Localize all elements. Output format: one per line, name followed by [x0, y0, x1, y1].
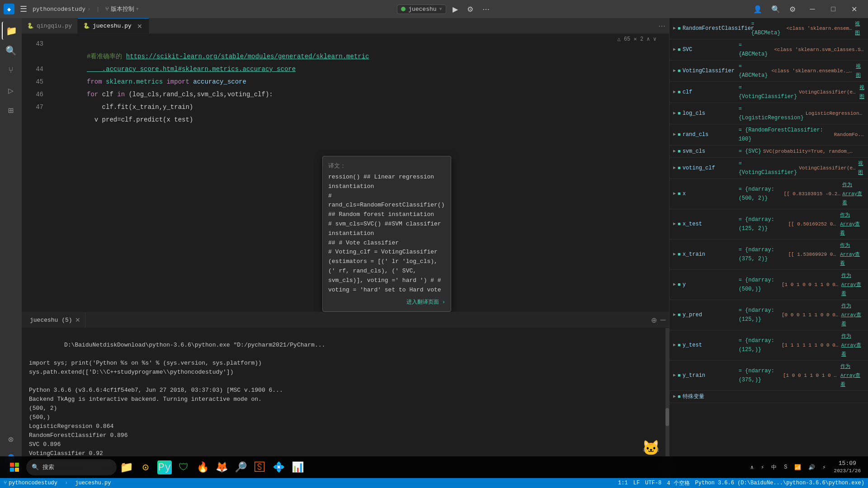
status-encoding[interactable]: LF	[633, 480, 640, 486]
taskbar-app8[interactable]: 🅂	[250, 458, 269, 476]
taskbar-chrome[interactable]: ⊙	[137, 458, 155, 476]
status-file[interactable]: jueceshu.py	[75, 480, 111, 486]
tab-close-button[interactable]: ✕	[136, 23, 143, 30]
status-position[interactable]: 1:1	[618, 480, 628, 486]
search-icon[interactable]: 🔍	[769, 3, 783, 15]
window-controls: ─ □ ✕	[802, 0, 864, 18]
var-item-RandomForestClassifier[interactable]: ▶ ■ RandomForestClassifier = {ABCMeta} <…	[670, 18, 868, 39]
taskbar-app7[interactable]: 🔎	[231, 458, 250, 476]
search-icon: 🔍	[32, 464, 39, 471]
editor-warnings: △ 65 ✕ 2 ∧ ∨	[617, 36, 656, 42]
status-branch[interactable]: ⑂ pythoncodestudy	[4, 480, 57, 486]
var-item-SVC[interactable]: ▶ ■ SVC = {ABCMeta} <class 'sklearn.svm_…	[670, 39, 868, 61]
activity-explorer[interactable]: 📁	[2, 22, 20, 40]
terminal-tab-label: jueceshu (5)	[30, 317, 72, 324]
tray-ime[interactable]: 中	[769, 462, 779, 473]
var-item-x_train[interactable]: ▶ ■ x_train = {ndarray: (375, 2)} [[ 1.5…	[670, 239, 868, 270]
run-button[interactable]: ▶	[450, 3, 461, 15]
tray-wifi[interactable]: 📶	[792, 462, 804, 473]
status-charset[interactable]: UTF-8	[645, 480, 661, 486]
translation-popup: 译文： ression() ## Linear regression insta…	[322, 156, 451, 312]
code-line-43: #看准确率的 https://scikit-learn.org/stable/m…	[49, 38, 669, 50]
run-config[interactable]: jueceshu ▼	[397, 5, 446, 14]
taskbar-app5[interactable]: 🔥	[193, 458, 212, 476]
minimize-button[interactable]: ─	[802, 0, 823, 18]
var-item-x_test[interactable]: ▶ ■ x_test = {ndarray: (125, 2)} [[ 0.50…	[670, 209, 868, 239]
term-line-backend: Backend TkAgg is interactive backend. Tu…	[29, 395, 662, 404]
activity-git[interactable]: ⑂	[2, 61, 20, 80]
clock-time: 15:09	[834, 460, 861, 468]
tab-jueceshu[interactable]: 🐍 jueceshu.py ✕	[78, 18, 149, 33]
search-label: 搜索	[42, 463, 54, 471]
status-python[interactable]: Python 3.6.6 (D:\BaiduNe...\python-3.6.6…	[695, 480, 864, 486]
project-name[interactable]: pythoncodestudy ›	[33, 6, 91, 13]
system-clock[interactable]: 15:09 2023/1/26	[830, 459, 864, 475]
more-options-button[interactable]: ⋯	[480, 3, 492, 15]
terminal-tab-jueceshu[interactable]: jueceshu (5) ✕	[25, 312, 85, 328]
terminal-split-button[interactable]: ⊕	[651, 316, 657, 324]
taskbar: 🔍 搜索 📁 ⊙ Py 🛡 🔥 🦊 🔎 🅂 💠 📊 ∧ ⚡ 中 S 📶 🔊 ⚡	[0, 456, 868, 478]
tab-bar: 🐍 qingqiu.py 🐍 jueceshu.py ✕ ⋯	[22, 18, 669, 34]
tab-file-icon-active: 🐍	[83, 23, 90, 29]
var-item-special[interactable]: ▶ ■ 特殊变量	[670, 391, 868, 403]
terminal-minimize-button[interactable]: ─	[660, 316, 665, 324]
account-icon[interactable]: 👤	[750, 3, 765, 15]
var-item-y_pred[interactable]: ▶ ■ y_pred = {ndarray: (125,)} [0 0 0 1 …	[670, 300, 868, 330]
position-label: 1:1	[618, 480, 628, 486]
tray-antivirus[interactable]: S	[781, 462, 790, 472]
term-line-log: LogisticRegression 0.864	[29, 422, 662, 431]
taskbar-pycharm[interactable]: Py	[156, 458, 174, 476]
system-tray: ∧ ⚡ 中 S 📶 🔊 ⚡ 15:09 2023/1/26	[748, 459, 864, 475]
term-line-blank	[29, 377, 662, 386]
tab-more-button[interactable]: ⋯	[655, 18, 669, 33]
run-name: jueceshu	[408, 6, 436, 13]
popup-footer-link[interactable]: 进入翻译页面 ›	[328, 298, 445, 306]
terminal-tab-close[interactable]: ✕	[75, 316, 80, 324]
tray-bluetooth[interactable]: ⚡	[758, 462, 767, 473]
activity-remote[interactable]: ⊗	[2, 430, 20, 448]
var-item-y_test[interactable]: ▶ ■ y_test = {ndarray: (125,)} [1 1 1 1 …	[670, 330, 868, 361]
vcs-button[interactable]: ⑂ 版本控制 ▼	[105, 5, 139, 13]
tray-arrow[interactable]: ∧	[748, 462, 756, 473]
file-name: jueceshu.py	[75, 480, 111, 486]
term-line-python-ver: Python 3.6.6 (v3.6.6:4cf1f54eb7, Jun 27 …	[29, 386, 662, 395]
tray-volume[interactable]: 🔊	[806, 462, 818, 473]
var-item-x[interactable]: ▶ ■ x = {ndarray: (500, 2)} [[ 0.8310391…	[670, 179, 868, 209]
activity-debug[interactable]: ▷	[2, 81, 20, 99]
taskbar-kaspersky[interactable]: 🛡	[175, 458, 193, 476]
term-line-1: import sys; print('Python %s on %s' % (s…	[29, 359, 662, 368]
var-item-clf[interactable]: ▶ ■ clf = {VotingClassifier} VotingClass…	[670, 82, 868, 103]
var-item-voting_clf[interactable]: ▶ ■ voting_clf = {VotingClassifier} Voti…	[670, 158, 868, 179]
titlebar: ◆ ☰ pythoncodestudy › | ⑂ 版本控制 ▼ juecesh…	[0, 0, 868, 18]
taskbar-search[interactable]: 🔍 搜索	[26, 459, 117, 475]
cat-emoji: 🐱	[642, 439, 660, 457]
menu-button[interactable]: ☰	[18, 2, 29, 16]
activity-search[interactable]: 🔍	[2, 42, 20, 60]
taskbar-visualstudio[interactable]: 💠	[269, 458, 288, 476]
settings-icon[interactable]: ⚙	[787, 3, 798, 15]
maximize-button[interactable]: □	[823, 0, 844, 18]
tab-qingqiu[interactable]: 🐍 qingqiu.py	[22, 18, 78, 33]
run-status-dot	[401, 7, 406, 11]
var-item-y[interactable]: ▶ ■ y = {ndarray: (500,)} [1 0 1 0 0 1 1…	[670, 270, 868, 300]
debug-settings-button[interactable]: ⚙	[464, 3, 476, 15]
term-line-shape1: (500, 2)	[29, 404, 662, 413]
tab-label: qingqiu.py	[37, 23, 72, 29]
var-item-VotingClassifier[interactable]: ▶ ■ VotingClassifier = {ABCMeta} <class …	[670, 61, 868, 82]
start-button[interactable]	[4, 456, 25, 478]
taskbar-firefox[interactable]: 🦊	[212, 458, 231, 476]
activity-extensions[interactable]: ⊞	[2, 101, 20, 119]
close-button[interactable]: ✕	[844, 0, 864, 18]
taskbar-app10[interactable]: 📊	[288, 458, 307, 476]
var-item-svm_cls[interactable]: ▶ ■ svm_cls = {SVC} SVC(probability=True…	[670, 145, 868, 158]
var-item-log_cls[interactable]: ▶ ■ log_cls = {LogisticRegression} Logis…	[670, 103, 868, 124]
popup-title: 译文：	[328, 162, 445, 170]
taskbar-file-explorer[interactable]: 📁	[118, 458, 136, 476]
term-line-rand: RandomForestClassifier 0.896	[29, 431, 662, 440]
terminal-scrollbar-thumb[interactable]	[665, 408, 669, 426]
var-item-y_train[interactable]: ▶ ■ y_train = {ndarray: (375,)} [1 0 0 1…	[670, 361, 868, 391]
code-editor[interactable]: 43 44 45 46 47 #看准确率的 https://scikit-lea…	[22, 34, 669, 312]
status-indent[interactable]: 4 个空格	[667, 479, 689, 487]
tray-battery[interactable]: ⚡	[820, 462, 828, 473]
var-item-rand_cls[interactable]: ▶ ■ rand_cls = {RandomForestClassifier: …	[670, 124, 868, 145]
